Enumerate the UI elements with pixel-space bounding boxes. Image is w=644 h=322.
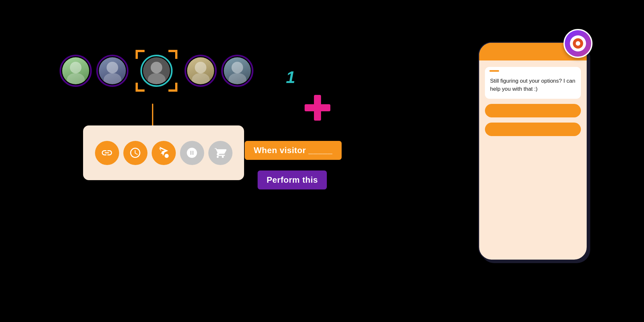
decoration-number-one: 1: [286, 68, 295, 87]
bracket-corner-tl: [136, 50, 145, 59]
phone-body: Still figuring out your options? I can h…: [478, 42, 588, 261]
cursor-click-icon: [157, 147, 170, 159]
avatar-3-selected: [136, 50, 177, 92]
cursor-action-button[interactable]: [152, 141, 176, 165]
person-face-2: [99, 57, 126, 84]
chat-bubble: Still figuring out your options? I can h…: [485, 67, 581, 99]
clock-icon: [129, 147, 141, 159]
action-panel: [83, 125, 244, 180]
person-face-4: [187, 57, 214, 84]
avatar-row: [60, 50, 253, 92]
action-pill-2[interactable]: [485, 123, 581, 136]
svg-point-0: [165, 154, 169, 158]
connector-line: [152, 104, 153, 127]
avatar-4: [185, 55, 217, 87]
bot-avatar: [564, 29, 592, 58]
plus-vertical: [314, 95, 321, 121]
person-face-1: [62, 57, 89, 84]
bracket-corner-br: [168, 83, 177, 92]
when-visitor-label: When visitor _____: [245, 141, 342, 160]
cart-action-button[interactable]: [208, 141, 232, 165]
bot-eye-outer: [570, 35, 586, 51]
main-scene: 1 When visitor _____ Perform this Still …: [0, 0, 644, 322]
person-face-3: [143, 57, 170, 84]
avatar-1: [60, 55, 92, 87]
avatar-2: [96, 55, 128, 87]
plus-sign-decoration: [305, 95, 330, 121]
person-face-5: [224, 57, 251, 84]
link-action-button[interactable]: [95, 141, 119, 165]
bracket-corner-tr: [168, 50, 177, 59]
bracket-corner-bl: [136, 83, 145, 92]
bot-pupil: [576, 41, 580, 46]
chat-message-text: Still figuring out your options? I can h…: [490, 77, 576, 93]
action-pill-1[interactable]: [485, 104, 581, 117]
avatar-5: [221, 55, 253, 87]
phone-mockup: Still figuring out your options? I can h…: [478, 42, 588, 261]
clock-action-button[interactable]: [123, 141, 147, 165]
perform-this-label: Perform this: [258, 170, 327, 189]
cart-icon: [214, 147, 226, 159]
refresh-user-action-button[interactable]: [180, 141, 204, 165]
bot-eye-inner: [573, 38, 583, 49]
phone-content: Still figuring out your options? I can h…: [479, 60, 587, 143]
refresh-user-icon: [186, 147, 198, 159]
link-icon: [101, 147, 113, 159]
